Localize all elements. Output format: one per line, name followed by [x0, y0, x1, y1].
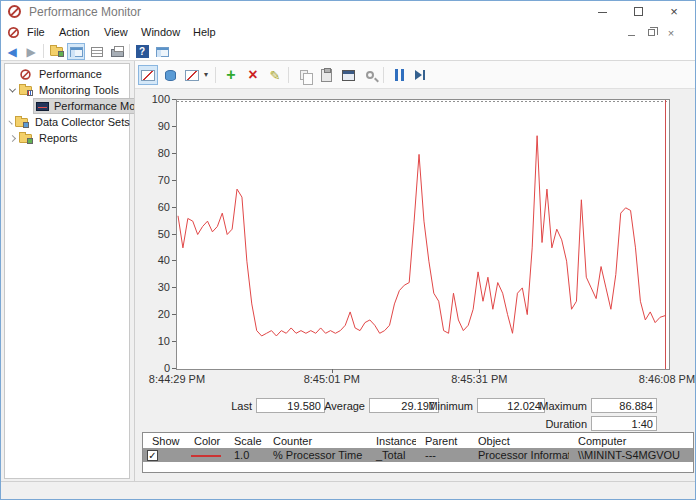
menu-action[interactable]: Action [59, 26, 90, 38]
paste-counter-list-button[interactable] [316, 65, 336, 85]
menu-window[interactable]: Window [141, 26, 180, 38]
chevron-right-icon[interactable] [8, 120, 12, 124]
y-axis-tick-label: 30 [137, 281, 170, 293]
stat-duration-value: 1:40 [591, 416, 657, 431]
new-window-button[interactable] [153, 43, 171, 60]
header-instance[interactable]: Instance [367, 435, 416, 447]
x-axis-tick-label: 8:44:29 PM [149, 373, 205, 385]
cell-instance: _Total [367, 449, 416, 461]
y-axis-tick-label: 60 [137, 201, 170, 213]
header-computer[interactable]: Computer [569, 435, 693, 447]
mdi-minimize-button[interactable] [623, 26, 639, 40]
y-axis-tick-label: 50 [137, 228, 170, 240]
header-show[interactable]: Show [143, 435, 185, 447]
mdi-restore-button[interactable] [643, 26, 659, 40]
chart-plot [176, 99, 670, 370]
export-folder-button[interactable] [47, 43, 65, 60]
tree-item-label: Data Collector Sets [32, 115, 133, 129]
sidebar-item-reports[interactable]: Reports [5, 130, 129, 146]
back-button[interactable]: ◀ [3, 43, 21, 60]
update-data-button[interactable] [411, 65, 431, 85]
view-log-data-button[interactable] [160, 65, 180, 85]
main-toolbar: ◀ ▶ ? [1, 42, 695, 61]
sidebar-item-data-collector-sets[interactable]: Data Collector Sets [5, 114, 129, 130]
print-button[interactable] [108, 43, 126, 60]
y-axis-tick-label: 40 [137, 254, 170, 266]
show-hide-console-tree-button[interactable] [67, 43, 85, 60]
y-axis-tick-label: 20 [137, 308, 170, 320]
sidebar-item-performance[interactable]: Performance [5, 66, 129, 82]
forward-arrow-icon: ▶ [26, 45, 35, 59]
counter-table-header: Show Color Scale Counter Instance Parent… [143, 433, 693, 448]
menu-view[interactable]: View [104, 26, 128, 38]
window-title: Performance Monitor [29, 5, 141, 19]
sidebar-item-monitoring-tools[interactable]: Monitoring Tools [5, 82, 129, 98]
stat-average-label: Average [305, 400, 365, 412]
delete-counter-button[interactable]: × [243, 65, 263, 85]
mdi-close-button[interactable]: × [663, 26, 679, 40]
chevron-down-icon[interactable]: ▾ [204, 70, 208, 79]
magnifier-icon [366, 71, 374, 79]
graph-type-icon [185, 70, 199, 81]
close-button[interactable]: × [657, 1, 691, 23]
counter-table-row[interactable]: ✓ 1.0 % Processor Time _Total --- Proces… [143, 448, 693, 462]
y-axis-tick-mark [172, 207, 176, 208]
folder-chart-icon [19, 86, 32, 95]
status-bar [1, 481, 695, 500]
y-axis-tick-label: 10 [137, 335, 170, 347]
folder-icon [50, 47, 63, 56]
pause-icon [395, 69, 404, 81]
show-checkbox[interactable]: ✓ [147, 450, 158, 461]
x-axis-tick-mark [479, 369, 480, 373]
copy-properties-button[interactable] [294, 65, 314, 85]
sidebar-item-performance-monitor[interactable]: Performance Monitor [5, 98, 129, 114]
printer-icon [111, 49, 124, 57]
zoom-button[interactable] [360, 65, 380, 85]
toolbar-separator [288, 67, 289, 83]
x-axis-tick-label: 8:46:08 PM [639, 373, 695, 385]
y-axis-tick-label: 70 [137, 174, 170, 186]
y-axis-tick-mark [172, 287, 176, 288]
y-axis-tick-mark [172, 314, 176, 315]
delete-x-icon: × [248, 66, 257, 84]
header-parent[interactable]: Parent [416, 435, 469, 447]
menu-file[interactable]: File [27, 26, 45, 38]
chevron-right-icon[interactable] [9, 134, 16, 141]
play-bar-icon [415, 69, 427, 81]
highlight-button[interactable]: ✎ [265, 65, 285, 85]
properties-button[interactable] [338, 65, 358, 85]
minimize-button[interactable] [585, 1, 619, 23]
monitor-icon [36, 102, 49, 111]
forward-button[interactable]: ▶ [22, 43, 40, 60]
folder-report-icon [19, 134, 32, 143]
y-axis-tick-label: 90 [137, 120, 170, 132]
toolbar-separator [215, 67, 216, 83]
help-icon: ? [136, 45, 149, 58]
tree-item-label: Reports [36, 131, 81, 145]
stat-maximum-label: Maximum [527, 400, 587, 412]
y-axis-tick-mark [172, 234, 176, 235]
toolbar-separator [43, 44, 44, 58]
y-axis-tick-label: 80 [137, 147, 170, 159]
header-counter[interactable]: Counter [264, 435, 367, 447]
x-axis-tick-label: 8:45:01 PM [304, 373, 360, 385]
export-list-button[interactable] [88, 43, 106, 60]
change-graph-type-button[interactable] [182, 65, 202, 85]
stat-minimum-label: Minimum [415, 400, 473, 412]
header-scale[interactable]: Scale [225, 435, 264, 447]
header-color[interactable]: Color [185, 435, 225, 447]
performance-monitor-window: Performance Monitor × File Action View W… [0, 0, 696, 500]
title-bar: Performance Monitor × [1, 1, 695, 23]
cell-object: Processor Information [469, 449, 569, 461]
freeze-display-button[interactable] [389, 65, 409, 85]
view-current-activity-button[interactable] [138, 65, 158, 85]
menu-help[interactable]: Help [193, 26, 216, 38]
add-counter-button[interactable]: + [221, 65, 241, 85]
counter-table: Show Color Scale Counter Instance Parent… [142, 432, 694, 473]
folder-blue-icon [15, 118, 28, 127]
help-button[interactable]: ? [133, 43, 151, 60]
header-object[interactable]: Object [469, 435, 569, 447]
maximize-button[interactable] [621, 1, 655, 23]
chevron-down-icon[interactable] [9, 85, 16, 92]
counter-color-sample [191, 455, 221, 457]
